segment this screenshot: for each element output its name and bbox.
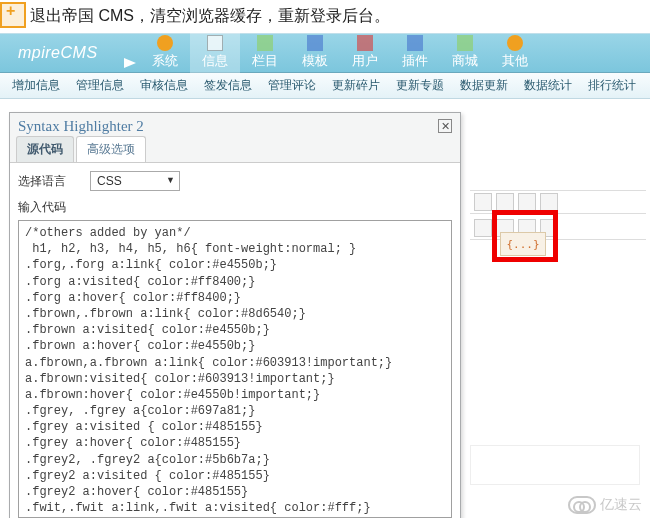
dialog-body: 选择语言 CSS 输入代码 bbox=[10, 163, 460, 518]
user-icon bbox=[357, 35, 373, 51]
logo-arrow-icon bbox=[124, 58, 136, 68]
nav-label: 栏目 bbox=[252, 52, 278, 70]
highlight-annotation bbox=[492, 210, 558, 262]
subnav-review-info[interactable]: 审核信息 bbox=[140, 77, 188, 94]
system-icon bbox=[157, 35, 173, 51]
nav-label: 信息 bbox=[202, 52, 228, 70]
subnav-update-topic[interactable]: 更新专题 bbox=[396, 77, 444, 94]
nav-column[interactable]: 栏目 bbox=[240, 33, 290, 73]
toolbar-button[interactable] bbox=[518, 193, 536, 211]
subnav-add-info[interactable]: 增加信息 bbox=[12, 77, 60, 94]
nav-label: 其他 bbox=[502, 52, 528, 70]
subnav-data-stats[interactable]: 数据统计 bbox=[524, 77, 572, 94]
column-icon bbox=[257, 35, 273, 51]
nav-other[interactable]: 其他 bbox=[490, 33, 540, 73]
subnav-rank-stats[interactable]: 排行统计 bbox=[588, 77, 636, 94]
nav-user[interactable]: 用户 bbox=[340, 33, 390, 73]
main-navbar: mpireCMS 系统 信息 栏目 模板 用户 插件 商城 其他 bbox=[0, 33, 650, 73]
toolbar-button[interactable] bbox=[496, 193, 514, 211]
nav-shop[interactable]: 商城 bbox=[440, 33, 490, 73]
subnav-manage-comments[interactable]: 管理评论 bbox=[268, 77, 316, 94]
dialog-close-button[interactable]: ✕ bbox=[438, 119, 452, 133]
editor-footer-area bbox=[470, 445, 640, 485]
info-icon bbox=[207, 35, 223, 51]
toolbar-button[interactable] bbox=[540, 193, 558, 211]
subnav-sign-info[interactable]: 签发信息 bbox=[204, 77, 252, 94]
tab-advanced-options[interactable]: 高级选项 bbox=[76, 136, 146, 162]
nav-label: 商城 bbox=[452, 52, 478, 70]
language-select[interactable]: CSS bbox=[90, 171, 180, 191]
sub-navbar: 增加信息 管理信息 审核信息 签发信息 管理评论 更新碎片 更新专题 数据更新 … bbox=[0, 73, 650, 99]
nav-label: 模板 bbox=[302, 52, 328, 70]
nav-label: 系统 bbox=[152, 52, 178, 70]
cloud-icon bbox=[568, 496, 596, 514]
template-icon bbox=[307, 35, 323, 51]
plugin-icon bbox=[407, 35, 423, 51]
page-instruction: 退出帝国 CMS，清空浏览器缓存，重新登录后台。 bbox=[0, 0, 650, 33]
nav-template[interactable]: 模板 bbox=[290, 33, 340, 73]
toolbar-button[interactable] bbox=[474, 219, 492, 237]
shop-icon bbox=[457, 35, 473, 51]
watermark-text: 亿速云 bbox=[600, 496, 642, 514]
dialog-title-text: Syntax Highlighter 2 bbox=[18, 118, 144, 135]
tab-source-code[interactable]: 源代码 bbox=[16, 136, 74, 162]
watermark: 亿速云 bbox=[568, 496, 642, 514]
nav-label: 插件 bbox=[402, 52, 428, 70]
subnav-update-fragment[interactable]: 更新碎片 bbox=[332, 77, 380, 94]
nav-plugin[interactable]: 插件 bbox=[390, 33, 440, 73]
subnav-manage-info[interactable]: 管理信息 bbox=[76, 77, 124, 94]
logo: mpireCMS bbox=[0, 44, 140, 62]
toolbar-button[interactable] bbox=[474, 193, 492, 211]
code-textarea[interactable] bbox=[18, 220, 452, 518]
nav-info[interactable]: 信息 bbox=[190, 33, 240, 73]
syntax-highlighter-dialog: Syntax Highlighter 2 ✕ 源代码 高级选项 选择语言 CSS… bbox=[9, 112, 461, 518]
code-input-label: 输入代码 bbox=[18, 199, 452, 216]
language-row: 选择语言 CSS bbox=[18, 171, 452, 191]
dialog-tabs: 源代码 高级选项 bbox=[10, 139, 460, 163]
nav-label: 用户 bbox=[352, 52, 378, 70]
other-icon bbox=[507, 35, 523, 51]
language-label: 选择语言 bbox=[18, 173, 66, 190]
subnav-data-update[interactable]: 数据更新 bbox=[460, 77, 508, 94]
nav-system[interactable]: 系统 bbox=[140, 33, 190, 73]
logo-text: mpireCMS bbox=[18, 44, 98, 61]
